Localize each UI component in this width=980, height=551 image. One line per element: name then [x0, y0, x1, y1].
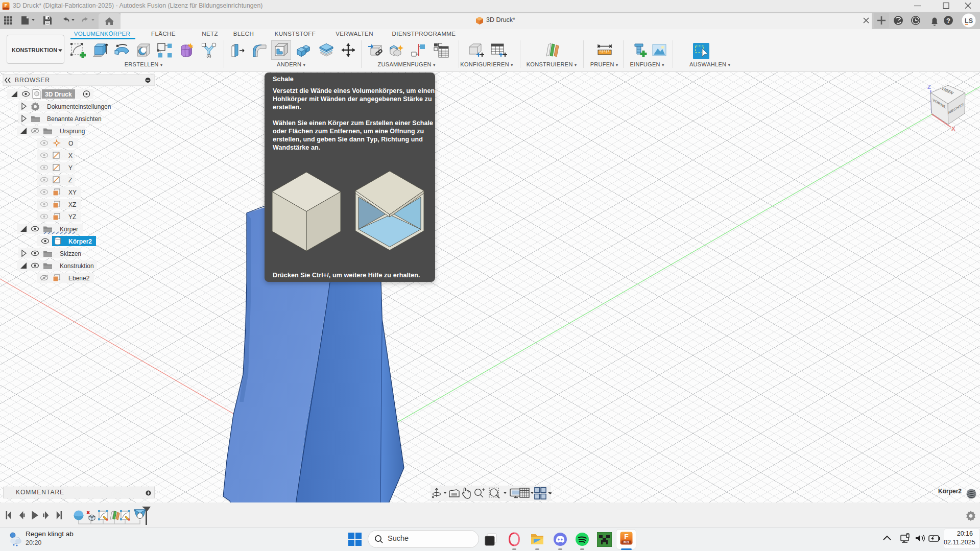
svg-text:Z: Z [68, 177, 72, 184]
svg-text:Skizzen: Skizzen [60, 250, 81, 257]
svg-text:Y: Y [68, 164, 73, 172]
svg-text:Ebene2: Ebene2 [68, 275, 90, 282]
svg-text:Z: Z [927, 84, 931, 90]
svg-text:F: F [624, 533, 629, 541]
svg-text:Ursprung: Ursprung [60, 128, 85, 135]
svg-text:Körper: Körper [60, 226, 78, 233]
svg-text:LS: LS [965, 17, 973, 25]
svg-text:X: X [951, 126, 955, 132]
svg-text:O: O [68, 140, 73, 147]
svg-text:Dokumenteinstellungen: Dokumenteinstellungen [47, 103, 111, 110]
svg-text:FUS: FUS [624, 541, 629, 544]
svg-text:Benannte Ansichten: Benannte Ansichten [47, 115, 102, 123]
svg-text:XZ: XZ [68, 201, 76, 208]
svg-text:3D Druck: 3D Druck [45, 91, 72, 98]
svg-text:?: ? [946, 17, 950, 25]
svg-text:BROWSER: BROWSER [15, 77, 50, 84]
svg-text:X: X [68, 152, 73, 159]
svg-text:F: F [5, 3, 8, 8]
svg-text:Körper2: Körper2 [68, 238, 92, 245]
svg-text:YZ: YZ [68, 213, 76, 221]
svg-text:XY: XY [68, 189, 77, 196]
svg-text:Konstruktion: Konstruktion [60, 262, 94, 270]
